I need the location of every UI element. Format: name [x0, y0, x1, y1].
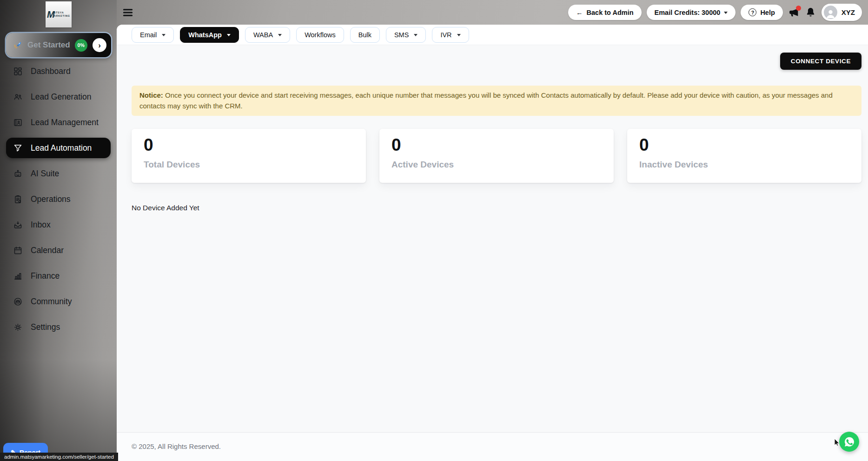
sidebar-item-label: Operations	[31, 194, 71, 204]
rocket-icon	[13, 40, 23, 50]
tab-whatsapp[interactable]: WhatsApp	[180, 27, 239, 43]
gear-icon	[13, 322, 23, 332]
channel-tabs: Email WhatsApp WABA Workflows Bulk SMS	[117, 25, 868, 45]
sidebar-item-finance[interactable]: Finance	[6, 266, 111, 286]
logo-line-2: ARKETING	[54, 15, 70, 18]
tab-email[interactable]: Email	[132, 27, 174, 43]
stat-card-active-devices: 0 Active Devices	[379, 129, 614, 183]
email-credits-label: Email Credits: 30000	[655, 9, 721, 16]
sidebar-item-label: Lead Automation	[31, 143, 92, 153]
user-name-label: XYZ	[841, 8, 855, 16]
stat-value: 0	[639, 136, 849, 155]
devices-panel: CONNECT DEVICE Notice: Once you connect …	[117, 45, 868, 432]
sidebar-item-operations[interactable]: Operations	[6, 189, 111, 209]
whatsapp-icon	[843, 436, 855, 448]
caret-down-icon	[278, 34, 282, 36]
brand-logo-text: M ATSYA ARKETING	[47, 10, 70, 19]
bar-chart-icon	[13, 271, 23, 281]
back-to-admin-label: Back to Admin	[587, 9, 634, 16]
mouse-cursor	[834, 438, 841, 446]
status-url: admin.matsyamarketing.com/seller/get-sta…	[4, 454, 114, 460]
caret-down-icon	[227, 34, 231, 36]
stat-card-total-devices: 0 Total Devices	[132, 129, 366, 183]
notice-label: Notice:	[139, 91, 163, 99]
back-to-admin-button[interactable]: ← Back to Admin	[568, 5, 641, 20]
tab-label: Bulk	[358, 31, 371, 39]
grid-icon	[13, 67, 23, 76]
connect-row: CONNECT DEVICE	[132, 53, 861, 70]
id-card-icon	[13, 118, 23, 127]
tab-bulk[interactable]: Bulk	[350, 27, 380, 43]
sidebar-item-label: Community	[31, 297, 72, 307]
users-icon	[13, 92, 23, 102]
tab-label: Workflows	[305, 31, 336, 39]
connect-device-button[interactable]: CONNECT DEVICE	[780, 53, 861, 70]
sidebar-item-community[interactable]: Community	[6, 291, 111, 312]
sidebar-item-label: Calendar	[31, 246, 64, 255]
tab-waba[interactable]: WABA	[245, 27, 290, 43]
topbar: ← Back to Admin Email Credits: 30000 ? H…	[117, 0, 868, 25]
sidebar-item-label: Lead Generation	[31, 92, 91, 102]
sidebar: M ATSYA ARKETING Get Started 0% ›	[0, 0, 117, 461]
sidebar-nav: Dashboard Lead Generation Lead Managemen…	[0, 61, 117, 337]
tab-ivr[interactable]: IVR	[432, 27, 469, 43]
sidebar-item-settings[interactable]: Settings	[6, 317, 111, 337]
whatsapp-chat-fab[interactable]	[839, 432, 859, 452]
sidebar-item-calendar[interactable]: Calendar	[6, 240, 111, 261]
topbar-actions: ← Back to Admin Email Credits: 30000 ? H…	[568, 4, 862, 21]
footer: © 2025, All Rights Reserved.	[117, 432, 868, 461]
tab-label: IVR	[440, 31, 451, 39]
chevron-right-icon[interactable]: ›	[93, 38, 106, 52]
inbox-icon	[13, 220, 23, 230]
stats-cards: 0 Total Devices 0 Active Devices 0 Inact…	[132, 129, 861, 183]
tab-workflows[interactable]: Workflows	[296, 27, 344, 43]
sidebar-item-label: Dashboard	[31, 67, 71, 76]
sidebar-item-ai-suite[interactable]: AI Suite	[6, 163, 111, 184]
help-button[interactable]: ? Help	[741, 5, 782, 20]
announcements-button[interactable]	[788, 7, 800, 18]
caret-down-icon	[414, 34, 417, 36]
tab-label: WhatsApp	[188, 31, 222, 39]
sidebar-item-inbox[interactable]: Inbox	[6, 214, 111, 235]
sidebar-item-label: Lead Management	[31, 118, 99, 127]
logo-line-1: ATSYA	[54, 12, 70, 14]
sidebar-item-label: Finance	[31, 271, 60, 281]
caret-down-icon	[457, 34, 461, 36]
community-icon	[13, 297, 23, 307]
get-started-label: Get Started	[27, 40, 70, 50]
user-menu-button[interactable]: XYZ	[822, 4, 862, 21]
tab-label: WABA	[253, 31, 273, 39]
clipboard-gear-icon	[13, 194, 23, 204]
sidebar-item-lead-management[interactable]: Lead Management	[6, 112, 111, 133]
sidebar-item-label: Settings	[31, 322, 60, 332]
sidebar-item-lead-generation[interactable]: Lead Generation	[6, 87, 111, 107]
email-credits-dropdown[interactable]: Email Credits: 30000	[647, 5, 736, 20]
caret-down-icon	[724, 12, 728, 14]
app-root: M ATSYA ARKETING Get Started 0% ›	[0, 0, 868, 461]
caret-down-icon	[162, 34, 166, 36]
sidebar-item-dashboard[interactable]: Dashboard	[6, 61, 111, 81]
main-content: Email WhatsApp WABA Workflows Bulk SMS	[117, 25, 868, 461]
avatar	[824, 6, 837, 19]
question-circle-icon: ?	[749, 8, 756, 16]
stat-label: Active Devices	[391, 160, 602, 170]
empty-state-text: No Device Added Yet	[132, 204, 861, 212]
notification-dot	[796, 6, 801, 11]
sidebar-item-label: Inbox	[31, 220, 51, 230]
stat-value: 0	[391, 136, 602, 155]
bell-icon	[805, 7, 816, 18]
get-started-button[interactable]: Get Started 0% ›	[6, 33, 111, 57]
notice-text: Once you connect your device and start r…	[139, 91, 833, 110]
left-arrow-icon: ←	[576, 9, 583, 16]
sidebar-item-label: AI Suite	[31, 169, 59, 179]
tab-sms[interactable]: SMS	[386, 27, 426, 43]
notifications-button[interactable]	[805, 7, 816, 18]
sidebar-item-lead-automation[interactable]: Lead Automation	[6, 138, 111, 158]
copyright-text: © 2025, All Rights Reserved.	[132, 442, 221, 450]
hamburger-menu-button[interactable]	[122, 7, 134, 19]
stat-card-inactive-devices: 0 Inactive Devices	[627, 129, 861, 183]
link-status-bar: admin.matsyamarketing.com/seller/get-sta…	[0, 453, 118, 461]
progress-badge: 0%	[75, 39, 87, 52]
stat-value: 0	[144, 136, 354, 155]
calendar-icon	[13, 246, 23, 255]
